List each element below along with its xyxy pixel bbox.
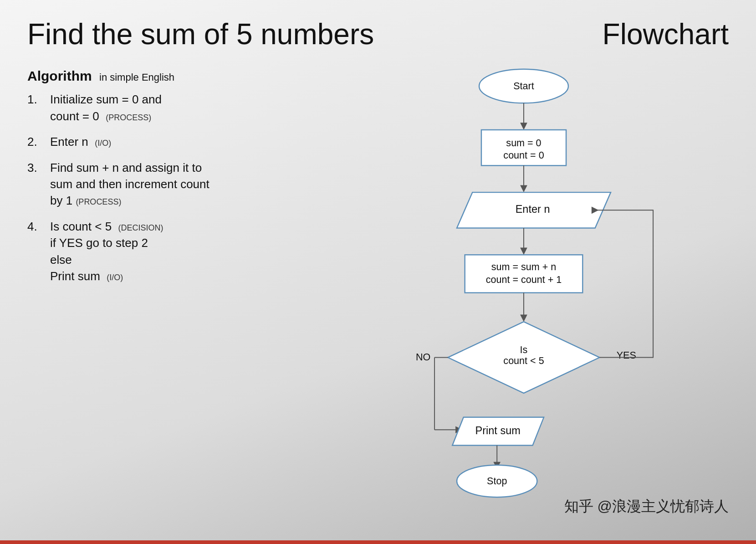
svg-text:Start: Start: [513, 80, 534, 92]
main-title: Find the sum of 5 numbers: [27, 18, 374, 50]
list-item: 3. Find sum + n and assign it tosum and …: [27, 159, 291, 209]
slide-container: Find the sum of 5 numbers Flowchart Algo…: [0, 0, 756, 544]
flowchart-section: Start sum = 0 count = 0 Enter n: [319, 64, 729, 503]
svg-marker-8: [520, 185, 527, 193]
algorithm-section: Algorithm in simple English 1. Initializ…: [27, 64, 291, 503]
svg-marker-12: [520, 248, 527, 255]
content-area: Algorithm in simple English 1. Initializ…: [27, 64, 729, 503]
title-row: Find the sum of 5 numbers Flowchart: [27, 18, 729, 50]
algorithm-heading: Algorithm in simple English: [27, 68, 291, 84]
svg-text:NO: NO: [416, 352, 430, 363]
svg-text:sum = sum + n: sum = sum + n: [491, 261, 557, 272]
watermark: 知乎 @浪漫主义忧郁诗人: [564, 497, 729, 517]
list-item: 4. Is count < 5 (DECISION) if YES go to …: [27, 218, 291, 285]
svg-text:sum = 0: sum = 0: [506, 138, 541, 149]
svg-text:count = 0: count = 0: [503, 149, 544, 161]
svg-text:YES: YES: [617, 349, 636, 361]
svg-text:Enter n: Enter n: [516, 204, 550, 216]
svg-text:Is: Is: [520, 344, 528, 355]
svg-marker-3: [520, 123, 527, 130]
svg-marker-17: [520, 315, 527, 322]
svg-text:count = count + 1: count = count + 1: [486, 274, 562, 285]
flowchart-svg: Start sum = 0 count = 0 Enter n: [319, 64, 729, 501]
svg-text:count < 5: count < 5: [503, 355, 544, 367]
bottom-bar: [0, 540, 756, 544]
algorithm-list: 1. Initialize sum = 0 andcount = 0 (PROC…: [27, 91, 291, 284]
list-item: 2. Enter n (I/O): [27, 133, 291, 150]
svg-text:Stop: Stop: [487, 475, 507, 487]
flowchart-label: Flowchart: [603, 18, 729, 50]
svg-text:Print sum: Print sum: [475, 425, 521, 436]
list-item: 1. Initialize sum = 0 andcount = 0 (PROC…: [27, 91, 291, 124]
